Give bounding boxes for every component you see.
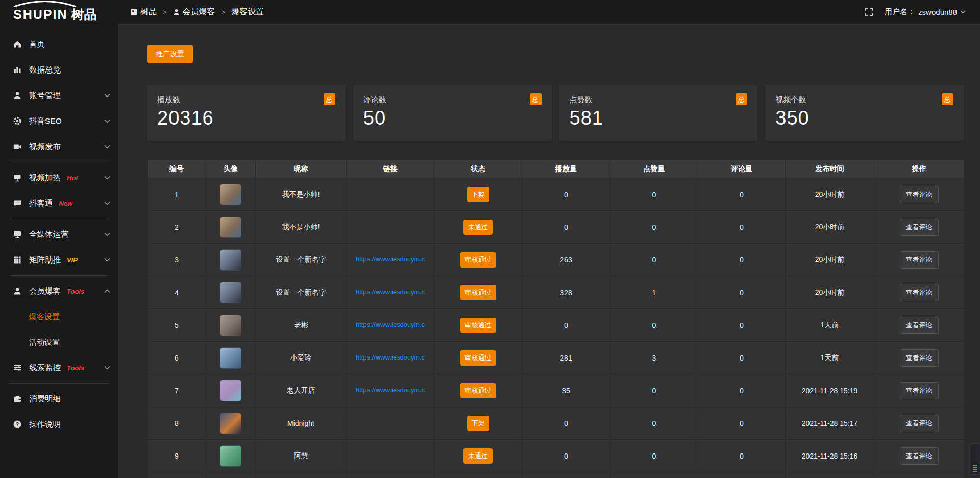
sidebar-item[interactable]: 数据总览 <box>0 57 118 83</box>
sidebar-item[interactable]: 矩阵助推 VIP <box>0 247 118 273</box>
breadcrumb-item[interactable]: 树品 <box>131 7 157 17</box>
status-badge[interactable]: 下架 <box>467 416 489 431</box>
sidebar-item[interactable]: 会员爆客 Tools <box>0 278 118 304</box>
main-content: 推广设置 播放数 总 20316 评论数 总 50 点赞数 总 581 视频个数… <box>118 0 980 478</box>
breadcrumb-label: 会员爆客 <box>183 7 215 17</box>
status-badge[interactable]: 审核通过 <box>460 383 496 398</box>
view-comments-button[interactable]: 查看评论 <box>900 349 939 367</box>
sidebar-item[interactable]: 线索监控 Tools <box>0 355 118 380</box>
cell-time: 1天前 <box>786 342 874 374</box>
stat-total-badge: 总 <box>324 93 335 105</box>
video-link[interactable]: https://www.iesdouyin.c <box>356 353 425 361</box>
cell-link: https://www.iesdouyin.c <box>347 244 434 276</box>
breadcrumb-label: 树品 <box>140 7 157 17</box>
sidebar-subitem[interactable]: 活动设置 <box>0 329 118 355</box>
cell-id <box>148 472 206 478</box>
view-comments-button[interactable]: 查看评论 <box>900 219 939 236</box>
sidebar-subitem[interactable]: 爆客设置 <box>0 304 118 329</box>
breadcrumb-item[interactable]: 爆客设置 <box>231 7 264 17</box>
sidebar-item[interactable]: 首页 <box>0 32 118 57</box>
widget-bar <box>973 469 977 470</box>
cell-avatar <box>206 342 256 374</box>
chevron-down-icon <box>960 10 966 14</box>
cell-likes: 0 <box>610 309 698 342</box>
stat-total-badge: 总 <box>942 93 953 105</box>
cell-link <box>347 440 434 472</box>
cell-link <box>347 178 434 211</box>
status-badge[interactable]: 下架 <box>467 187 489 202</box>
view-comments-button[interactable]: 查看评论 <box>900 317 939 334</box>
chevron-down-icon <box>104 366 110 370</box>
cell-comments: 0 <box>698 407 786 440</box>
view-comments-button[interactable]: 查看评论 <box>900 284 939 301</box>
stat-total-badge: 总 <box>530 93 542 105</box>
sidebar-item-label: 全媒体运营 <box>29 229 69 240</box>
view-comments-button[interactable]: 查看评论 <box>900 447 939 465</box>
sidebar-item[interactable]: 视频加热 Hot <box>0 165 118 190</box>
cell-id: 5 <box>148 309 206 342</box>
sidebar-item[interactable]: 全媒体运营 <box>0 222 118 247</box>
sidebar-item[interactable]: 抖客通 New <box>0 190 118 216</box>
cell-avatar <box>206 211 256 244</box>
fullscreen-icon[interactable] <box>865 8 873 16</box>
view-comments-button[interactable]: 查看评论 <box>900 186 939 203</box>
status-badge[interactable]: 未通过 <box>463 448 493 464</box>
floating-widget[interactable] <box>971 443 979 475</box>
cell-id: 9 <box>148 440 206 472</box>
cell-nickname: 阿慧 <box>256 440 347 472</box>
cell-avatar <box>206 407 256 440</box>
sidebar-item[interactable]: 视频发布 <box>0 134 118 159</box>
avatar <box>220 380 241 401</box>
user-icon <box>12 90 22 101</box>
view-comments-button[interactable]: 查看评论 <box>900 415 939 432</box>
cell-time: 20小时前 <box>786 276 874 309</box>
table-row: 6 小爱玲 https://www.iesdouyin.c 审核通过 281 3… <box>148 342 964 374</box>
column-header: 点赞量 <box>610 160 698 178</box>
status-badge[interactable]: 审核通过 <box>460 252 496 268</box>
user-menu[interactable]: 用户名：zswodun88 <box>885 7 966 17</box>
view-comments-button[interactable]: 查看评论 <box>900 251 939 269</box>
stat-card: 视频个数 总 350 <box>765 85 964 141</box>
column-header: 状态 <box>434 160 522 178</box>
cell-time <box>786 472 874 478</box>
sidebar-item-badge: Hot <box>67 174 78 182</box>
sidebar-item[interactable]: 账号管理 <box>0 83 118 108</box>
status-badge[interactable]: 审核通过 <box>460 318 496 333</box>
help-icon: ? <box>12 419 22 429</box>
sidebar: SHUPIN 树品 首页 数据总览 账号管理 抖音SEO 视频发布 视频加热 H… <box>0 0 118 478</box>
username-label: 用户名： <box>885 7 915 17</box>
cell-comments: 0 <box>698 178 786 211</box>
breadcrumb-item[interactable]: 会员爆客 <box>173 7 215 17</box>
cell-action: 查看评论 <box>874 342 964 374</box>
video-link[interactable]: https://www.iesdouyin.c <box>356 386 425 394</box>
cell-comments: 0 <box>698 342 786 374</box>
cell-time: 2021-11-28 15:16 <box>786 440 874 472</box>
breadcrumb-separator: > <box>163 8 167 16</box>
home-icon <box>12 39 22 50</box>
app-logo[interactable]: SHUPIN 树品 <box>0 0 118 25</box>
chat-icon <box>12 198 22 208</box>
video-link[interactable]: https://www.iesdouyin.c <box>356 321 425 328</box>
sidebar-item[interactable]: ? 操作说明 <box>0 412 118 437</box>
stat-value: 350 <box>775 107 953 129</box>
view-comments-button[interactable]: 查看评论 <box>900 382 939 399</box>
cell-avatar <box>206 244 256 276</box>
cell-likes: 0 <box>610 407 698 440</box>
video-link[interactable]: https://www.iesdouyin.c <box>356 255 425 263</box>
status-badge[interactable]: 未通过 <box>463 220 493 235</box>
widget-bar <box>973 467 977 468</box>
cell-comments: 0 <box>698 374 786 407</box>
cell-action: 查看评论 <box>874 211 964 244</box>
cell-likes: 0 <box>610 178 698 211</box>
promo-settings-button[interactable]: 推广设置 <box>147 45 193 63</box>
sidebar-item[interactable]: 消费明细 <box>0 386 118 412</box>
status-badge[interactable]: 审核通过 <box>460 350 496 366</box>
stat-label: 视频个数 <box>775 93 806 105</box>
chart-icon <box>12 65 22 75</box>
cell-id: 3 <box>148 244 206 276</box>
cell-link: https://www.iesdouyin.c <box>347 309 434 342</box>
status-badge[interactable]: 审核通过 <box>460 285 496 300</box>
video-link[interactable]: https://www.iesdouyin.c <box>356 288 425 296</box>
table-row: 8 Midnight 下架 0 0 0 2021-11-28 15:17 查看评… <box>148 407 964 440</box>
sidebar-item[interactable]: 抖音SEO <box>0 108 118 134</box>
